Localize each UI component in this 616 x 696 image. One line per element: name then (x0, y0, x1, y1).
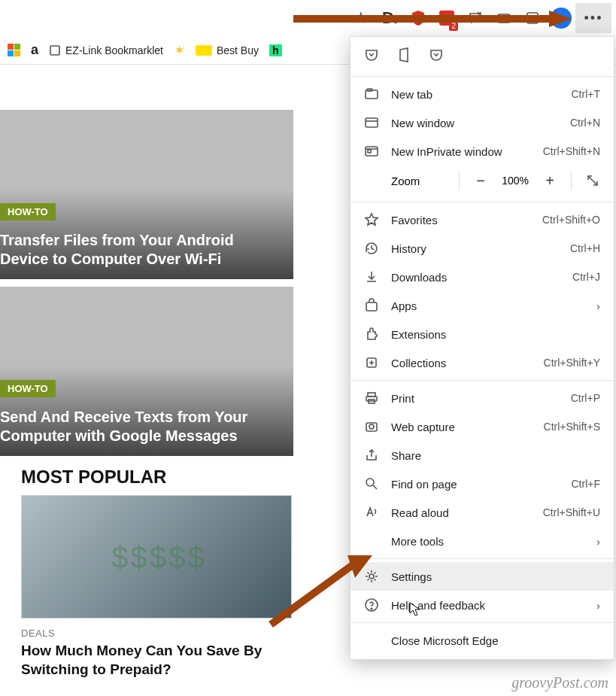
svg-point-2 (501, 17, 503, 20)
extension-chat-icon[interactable] (461, 4, 490, 32)
menu-new-tab[interactable]: New tab Ctrl+T (350, 80, 614, 108)
menu-downloads[interactable]: Downloads Ctrl+J (350, 263, 614, 291)
article-tag: HOW-TO (0, 380, 56, 397)
window-icon (364, 115, 379, 130)
menu-new-inprivate[interactable]: New InPrivate window Ctrl+Shift+N (350, 137, 614, 166)
svg-rect-8 (366, 118, 378, 127)
share-icon (364, 448, 379, 463)
svg-point-17 (369, 424, 374, 429)
svg-point-18 (366, 479, 374, 486)
new-tab-icon (364, 87, 379, 102)
popular-thumb: $ $ $ $ $ (21, 495, 292, 618)
apps-icon (364, 298, 379, 313)
svg-rect-10 (368, 150, 371, 153)
star-icon (364, 212, 379, 227)
extension-shield-icon[interactable] (404, 4, 432, 32)
search-icon (364, 476, 379, 491)
bestbuy-tag-icon (196, 45, 212, 56)
zoom-out-button[interactable]: − (470, 170, 491, 191)
menu-zoom: Zoom − 100% + (350, 166, 614, 199)
svg-point-19 (369, 574, 374, 579)
menu-history[interactable]: History Ctrl+H (350, 234, 614, 263)
menu-extensions[interactable]: Extensions (350, 320, 614, 348)
settings-and-more-button[interactable]: ••• (575, 3, 611, 33)
menu-collections[interactable]: Collections Ctrl+Shift+Y (350, 348, 614, 377)
collections-icon (364, 355, 379, 370)
bookmark-label: EZ-Link Bookmarklet (65, 44, 163, 56)
menu-more-tools[interactable]: More tools › (350, 527, 614, 555)
chevron-right-icon: › (596, 535, 600, 548)
menu-help[interactable]: Help and feedback › (350, 591, 614, 619)
svg-rect-14 (366, 397, 377, 401)
extension-lastpass-icon[interactable]: 2 (432, 4, 461, 32)
bookmark-walmart[interactable]: ✶ (174, 42, 185, 59)
extension-robot-icon[interactable] (490, 4, 518, 32)
svg-point-3 (505, 17, 508, 20)
popular-card[interactable]: $ $ $ $ $ DEALS How Much Money Can You S… (21, 495, 292, 679)
history-icon (364, 241, 379, 256)
badge-count: 2 (449, 22, 458, 31)
zoom-value: 100% (502, 175, 529, 187)
bookmark-label: Best Buy (217, 44, 259, 56)
browser-toolbar: ★ D. 2 ● ••• (0, 0, 616, 36)
article-tag: HOW-TO (0, 203, 56, 220)
chevron-right-icon: › (596, 599, 600, 612)
chevron-right-icon: › (596, 299, 600, 312)
read-aloud-icon (364, 505, 379, 520)
bookmark-microsoft[interactable] (8, 44, 20, 56)
pocket-icon[interactable] (364, 47, 379, 65)
office-icon[interactable] (397, 47, 411, 65)
download-icon (364, 269, 379, 284)
popular-headline: How Much Money Can You Save By Switching… (21, 642, 292, 679)
popular-category: DEALS (21, 628, 292, 639)
collections-icon[interactable] (518, 4, 547, 32)
article-title: Send And Receive Texts from Your Compute… (0, 408, 287, 445)
menu-read-aloud[interactable]: Read aloud Ctrl+Shift+U (350, 498, 614, 527)
inprivate-icon (364, 144, 379, 159)
svg-point-21 (371, 608, 372, 609)
menu-extension-row (350, 37, 614, 73)
menu-find[interactable]: Find on page Ctrl+F (350, 470, 614, 498)
pocket-icon[interactable] (429, 47, 444, 65)
article-title: Transfer Files from Your Android Device … (0, 231, 287, 269)
svg-rect-11 (366, 302, 377, 311)
menu-favorites[interactable]: Favorites Ctrl+Shift+O (350, 205, 614, 234)
bookmark-bestbuy[interactable]: Best Buy (196, 44, 259, 56)
menu-close-edge[interactable]: Close Microsoft Edge (350, 626, 614, 655)
menu-share[interactable]: Share (350, 441, 614, 470)
menu-new-window[interactable]: New window Ctrl+N (350, 108, 614, 137)
extension-d-icon[interactable]: D. (375, 4, 404, 32)
puzzle-icon (364, 327, 379, 342)
article-card[interactable]: HOW-TO Send And Receive Texts from Your … (0, 287, 293, 456)
bookmark-amazon[interactable]: a (31, 42, 38, 58)
gear-icon (364, 569, 379, 584)
article-card[interactable]: HOW-TO Transfer Files from Your Android … (0, 110, 293, 279)
fullscreen-button[interactable] (582, 170, 603, 191)
menu-print[interactable]: Print Ctrl+P (350, 384, 614, 412)
favorites-star-icon[interactable]: ★ (347, 4, 375, 32)
help-icon (364, 597, 379, 612)
capture-icon (364, 419, 379, 434)
svg-rect-5 (50, 46, 59, 55)
profile-avatar[interactable]: ● (547, 4, 575, 32)
zoom-in-button[interactable]: + (539, 170, 560, 191)
svg-rect-1 (498, 14, 510, 23)
bookmark-hulu[interactable]: h (269, 44, 282, 56)
bookmark-ezlink[interactable]: EZ-Link Bookmarklet (49, 44, 163, 56)
menu-web-capture[interactable]: Web capture Ctrl+Shift+S (350, 412, 614, 441)
menu-settings[interactable]: Settings (350, 562, 614, 591)
settings-menu: New tab Ctrl+T New window Ctrl+N New InP… (350, 36, 614, 660)
menu-apps[interactable]: Apps › (350, 291, 614, 320)
print-icon (364, 391, 379, 406)
